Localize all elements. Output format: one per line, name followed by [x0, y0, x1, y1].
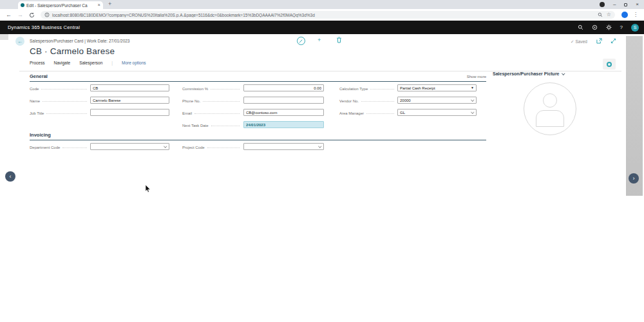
project-code-label: Project Code	[182, 146, 205, 150]
notifications-icon[interactable]	[592, 24, 598, 30]
chevron-down-icon	[471, 110, 474, 113]
open-in-new-window-icon[interactable]	[596, 38, 602, 44]
screen: Edit - Salesperson/Purchaser Ca × + – × …	[0, 0, 644, 322]
browser-toolbar: ← → localhost:8080/BC180DEMO/?company=CR…	[0, 9, 644, 21]
area-manager-value: GL	[400, 111, 471, 115]
mouse-cursor	[145, 185, 151, 193]
browser-menu-icon[interactable]: ⋮	[633, 12, 638, 17]
email-label-row: Email	[182, 109, 242, 116]
edit-button[interactable]	[297, 37, 305, 45]
project-code-label-row: Project Code	[182, 143, 242, 150]
bookmark-star-icon[interactable]: ☆	[607, 12, 611, 17]
window-profile-icon[interactable]	[600, 2, 605, 7]
previous-record-button[interactable]: ‹	[5, 171, 15, 182]
label-leader	[361, 101, 394, 102]
action-salesperson[interactable]: Salesperson	[79, 61, 102, 65]
label-leader	[370, 89, 394, 90]
job-title-label-row: Job Title	[30, 109, 89, 116]
next-record-button[interactable]: ›	[629, 173, 639, 184]
url-text: localhost:8080/BC180DEMO/?company=CRONUS…	[52, 13, 595, 17]
factbox-picture-header[interactable]: Salesperson/Purchaser Picture	[493, 71, 564, 76]
action-bar-divider: |	[111, 61, 113, 65]
label-leader	[203, 101, 240, 102]
label-leader	[366, 113, 394, 114]
avatar-head-shape	[543, 93, 557, 108]
new-record-button[interactable]: +	[317, 37, 321, 43]
phone-input[interactable]	[243, 97, 324, 104]
department-code-select[interactable]	[90, 143, 169, 150]
next-task-date-label: Next Task Date	[182, 124, 209, 128]
help-icon[interactable]: ?	[620, 25, 623, 30]
code-input[interactable]	[90, 84, 169, 91]
salesperson-picture-placeholder[interactable]	[524, 82, 576, 135]
section-general-line	[30, 81, 486, 82]
page-back-button[interactable]: ←	[15, 37, 24, 46]
expand-icon[interactable]	[611, 38, 616, 44]
factbox-picture-title: Salesperson/Purchaser Picture	[493, 71, 560, 76]
next-task-date-value: 24/01/2023	[246, 123, 265, 127]
search-icon[interactable]	[578, 24, 583, 30]
calculation-type-select[interactable]: Partial Cash Receipt ▼	[397, 84, 477, 91]
browser-back-button[interactable]: ←	[6, 12, 12, 18]
new-tab-button[interactable]: +	[108, 1, 111, 7]
window-close-button[interactable]: ×	[636, 2, 639, 7]
area-manager-label-row: Area Manager	[339, 109, 396, 116]
action-navigate[interactable]: Navigate	[53, 61, 70, 65]
app-header: Dynamics 365 Business Central ? S	[0, 21, 644, 34]
dropdown-arrow-icon: ▼	[471, 86, 474, 90]
chevron-down-icon	[164, 144, 167, 147]
commission-label: Commission %	[182, 87, 208, 91]
vendor-no-label: Vendor No.	[339, 99, 359, 104]
refresh-button[interactable]	[603, 59, 616, 70]
chevron-down-icon	[562, 71, 565, 75]
label-leader	[211, 89, 240, 90]
job-title-input[interactable]	[90, 109, 169, 116]
code-label: Code	[30, 87, 39, 91]
section-invoicing-title[interactable]: Invoicing	[30, 132, 51, 138]
area-manager-select[interactable]: GL	[397, 109, 477, 116]
breadcrumb[interactable]: Salesperson/Purchaser Card | Work Date: …	[30, 39, 130, 43]
url-bar[interactable]: localhost:8080/BC180DEMO/?company=CRONUS…	[41, 11, 615, 19]
browser-forward-button[interactable]: →	[17, 12, 23, 18]
name-input[interactable]	[90, 97, 169, 104]
pencil-icon	[299, 39, 303, 43]
section-general-title[interactable]: General	[30, 73, 48, 79]
window-maximize-button[interactable]	[624, 3, 627, 6]
zoom-icon[interactable]	[598, 12, 603, 17]
tab-close-icon[interactable]: ×	[98, 3, 100, 8]
commission-input[interactable]	[243, 84, 324, 91]
browser-tab[interactable]: Edit - Salesperson/Purchaser Ca ×	[18, 1, 103, 9]
label-leader	[194, 113, 240, 114]
vendor-no-select[interactable]: 20000	[397, 97, 477, 104]
next-task-date-label-row: Next Task Date	[182, 121, 242, 128]
browser-avatar[interactable]	[621, 12, 628, 18]
department-code-label-row: Department Code	[30, 143, 89, 150]
department-code-label: Department Code	[30, 146, 60, 150]
project-code-select[interactable]	[243, 143, 324, 150]
calculation-type-label: Calculation Type	[339, 87, 368, 91]
reload-icon[interactable]	[29, 12, 35, 18]
refresh-icon	[607, 62, 612, 67]
saved-label: Saved	[575, 39, 587, 44]
next-task-date-input[interactable]: 24/01/2023	[243, 121, 324, 128]
label-leader	[41, 89, 87, 90]
site-info-icon[interactable]	[44, 12, 50, 17]
app-title: Dynamics 365 Business Central	[8, 24, 80, 30]
phone-label: Phone No.	[182, 99, 200, 104]
settings-gear-icon[interactable]	[606, 24, 612, 30]
label-leader	[62, 147, 87, 148]
account-avatar[interactable]: S	[631, 24, 639, 32]
label-leader	[211, 126, 240, 126]
email-input[interactable]	[243, 109, 324, 116]
name-label: Name	[30, 99, 40, 104]
commission-label-row: Commission %	[182, 84, 242, 91]
action-process[interactable]: Process	[30, 61, 44, 65]
chevron-down-icon	[318, 144, 321, 147]
show-more-link[interactable]: Show more	[444, 75, 486, 79]
section-invoicing-line	[30, 140, 486, 140]
delete-icon[interactable]	[336, 37, 342, 43]
action-more-options[interactable]: More options	[122, 61, 146, 65]
page-content: ← Salesperson/Purchaser Card | Work Date…	[0, 34, 644, 322]
window-minimize-button[interactable]: –	[613, 2, 616, 7]
job-title-label: Job Title	[30, 111, 44, 116]
